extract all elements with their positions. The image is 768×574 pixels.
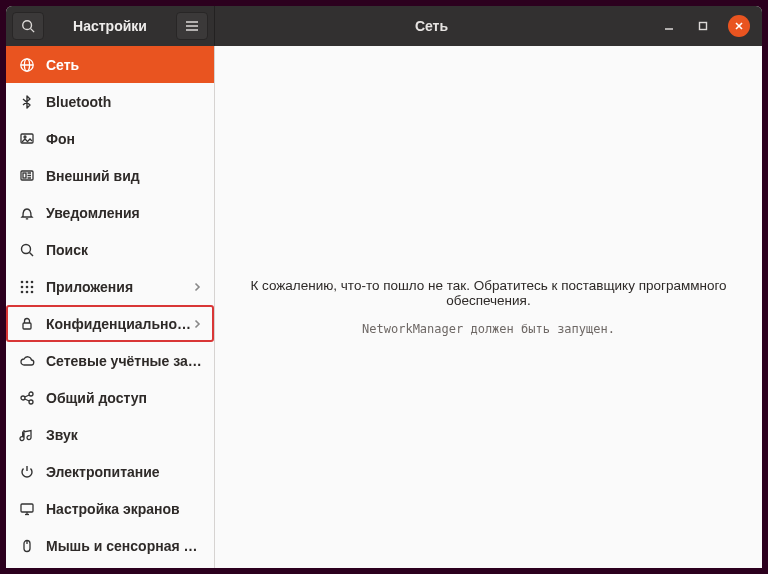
svg-point-13: [24, 136, 26, 138]
error-detail: NetworkManager должен быть запущен.: [362, 322, 615, 336]
svg-rect-6: [700, 23, 707, 30]
sidebar-item-звук[interactable]: Звук: [6, 416, 214, 453]
page-title: Сеть: [215, 18, 648, 34]
sidebar-item-сеть[interactable]: Сеть: [6, 46, 214, 83]
search-icon: [21, 19, 35, 33]
sidebar-item-label: Поиск: [46, 242, 202, 258]
settings-window: Настройки Сеть: [6, 6, 762, 568]
sidebar-item-общий-доступ[interactable]: Общий доступ: [6, 379, 214, 416]
sidebar-item-приложения[interactable]: Приложения: [6, 268, 214, 305]
sidebar-item-label: Электропитание: [46, 464, 202, 480]
error-message: К сожалению, что-то пошло не так. Обрати…: [235, 278, 742, 308]
svg-rect-15: [23, 173, 26, 178]
svg-line-1: [31, 29, 35, 33]
sidebar-item-поиск[interactable]: Поиск: [6, 231, 214, 268]
appearance-icon: [18, 167, 36, 185]
maximize-icon: [698, 21, 708, 31]
svg-point-27: [21, 290, 24, 293]
content-pane: К сожалению, что-то пошло не так. Обрати…: [215, 46, 762, 568]
cloud-icon: [18, 352, 36, 370]
svg-point-23: [31, 280, 34, 283]
sidebar-item-label: Сеть: [46, 57, 202, 73]
sidebar-item-label: Bluetooth: [46, 94, 202, 110]
sidebar-item-label: Уведомления: [46, 205, 202, 221]
sidebar-title: Настройки: [44, 18, 176, 34]
window-controls: [648, 15, 762, 37]
sidebar-item-фон[interactable]: Фон: [6, 120, 214, 157]
close-button[interactable]: [728, 15, 750, 37]
apps-icon: [18, 278, 36, 296]
background-icon: [18, 130, 36, 148]
titlebar-right: Сеть: [215, 6, 762, 46]
svg-point-25: [26, 285, 29, 288]
sidebar-item-конфиденциальность[interactable]: Конфиденциальность: [6, 305, 214, 342]
window-body: СетьBluetoothФонВнешний видУведомленияПо…: [6, 46, 762, 568]
svg-point-28: [26, 290, 29, 293]
chevron-right-icon: [192, 282, 202, 292]
sidebar-item-label: Звук: [46, 427, 202, 443]
sidebar: СетьBluetoothФонВнешний видУведомленияПо…: [6, 46, 215, 568]
bell-icon: [18, 204, 36, 222]
bluetooth-icon: [18, 93, 36, 111]
menu-button[interactable]: [176, 12, 208, 40]
sidebar-item-label: Фон: [46, 131, 202, 147]
svg-rect-30: [23, 323, 31, 329]
sidebar-item-bluetooth[interactable]: Bluetooth: [6, 83, 214, 120]
sidebar-item-настройка-экранов[interactable]: Настройка экранов: [6, 490, 214, 527]
titlebar-left: Настройки: [6, 6, 215, 46]
svg-point-32: [29, 392, 33, 396]
sidebar-item-label: Общий доступ: [46, 390, 202, 406]
minimize-icon: [664, 21, 674, 31]
hamburger-icon: [185, 20, 199, 32]
sidebar-item-label: Конфиденциальность: [46, 316, 192, 332]
svg-rect-36: [21, 504, 33, 512]
globe-icon: [18, 56, 36, 74]
svg-line-20: [30, 252, 34, 256]
chevron-right-icon: [192, 319, 202, 329]
svg-point-24: [21, 285, 24, 288]
mouse-icon: [18, 537, 36, 555]
svg-line-34: [25, 395, 30, 397]
svg-point-22: [26, 280, 29, 283]
close-icon: [734, 21, 744, 31]
svg-point-21: [21, 280, 24, 283]
minimize-button[interactable]: [660, 17, 678, 35]
sound-icon: [18, 426, 36, 444]
titlebar: Настройки Сеть: [6, 6, 762, 46]
svg-point-19: [22, 244, 31, 253]
svg-line-35: [25, 399, 30, 401]
svg-point-33: [29, 400, 33, 404]
sidebar-item-сетевые-уч-тные-записи[interactable]: Сетевые учётные записи: [6, 342, 214, 379]
sidebar-item-label: Приложения: [46, 279, 192, 295]
share-icon: [18, 389, 36, 407]
sidebar-item-внешний-вид[interactable]: Внешний вид: [6, 157, 214, 194]
svg-point-29: [31, 290, 34, 293]
lock-icon: [18, 315, 36, 333]
sidebar-item-электропитание[interactable]: Электропитание: [6, 453, 214, 490]
sidebar-item-мышь-и-сенсорная-панель[interactable]: Мышь и сенсорная панель: [6, 527, 214, 564]
sidebar-item-label: Настройка экранов: [46, 501, 202, 517]
sidebar-item-label: Внешний вид: [46, 168, 202, 184]
svg-point-31: [21, 396, 25, 400]
search-icon: [18, 241, 36, 259]
power-icon: [18, 463, 36, 481]
sidebar-item-label: Сетевые учётные записи: [46, 353, 202, 369]
search-button[interactable]: [12, 12, 44, 40]
svg-point-0: [23, 21, 32, 30]
svg-point-26: [31, 285, 34, 288]
sidebar-item-уведомления[interactable]: Уведомления: [6, 194, 214, 231]
display-icon: [18, 500, 36, 518]
sidebar-item-label: Мышь и сенсорная панель: [46, 538, 202, 554]
maximize-button[interactable]: [694, 17, 712, 35]
